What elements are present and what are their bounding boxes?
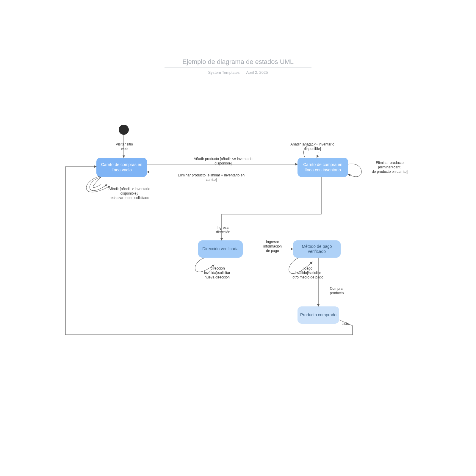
- label-remove-gt: Eliminar producto [eliminar>cant. de pro…: [361, 161, 418, 174]
- diagram-title: Ejemplo de diagrama de estados UML: [165, 58, 311, 68]
- label-add-le-self: Añadir [añadir <= inventario disponible]: [280, 142, 345, 151]
- label-visit-site: Visitar sitio web: [112, 142, 136, 151]
- subtitle-left: System Templates: [208, 70, 240, 75]
- label-invalid-payment: [pago inválido]/solicitar otro medio de …: [284, 266, 332, 280]
- diagram-canvas: Ejemplo de diagrama de estados UML Syste…: [0, 0, 476, 476]
- label-enter-payment: Ingresar información de pago: [255, 240, 290, 253]
- label-add-gt: Añadir [añadir > inventario disponible]/…: [100, 187, 159, 200]
- label-add-available: Añadir producto [añadir <= inventario di…: [178, 157, 268, 166]
- label-remove-eq: Eliminar producto [eliminar = inventario…: [162, 173, 260, 182]
- label-done: Listo: [342, 322, 359, 326]
- diagram-subtitle: System Templates | April 2, 2025: [0, 70, 476, 75]
- state-payment-verified: Método de pago verificado: [293, 240, 341, 258]
- label-enter-address: Ingresar dirección: [211, 226, 235, 234]
- initial-state-icon: [119, 125, 129, 135]
- state-cart-inventory: Carrito de compra en línea con inventari…: [298, 158, 348, 177]
- subtitle-sep: |: [242, 70, 243, 75]
- state-empty-cart: Carrito de compras en línea vacío: [96, 158, 147, 177]
- label-buy-product: Comprar producto: [325, 286, 349, 295]
- state-purchased: Producto comprado: [298, 306, 339, 324]
- state-address-verified: Dirección verificada: [198, 240, 243, 258]
- subtitle-right: April 2, 2025: [246, 70, 268, 75]
- title-block: Ejemplo de diagrama de estados UML Syste…: [0, 58, 476, 75]
- label-invalid-address: [dirección inválida]/solicitar nueva dir…: [195, 266, 239, 280]
